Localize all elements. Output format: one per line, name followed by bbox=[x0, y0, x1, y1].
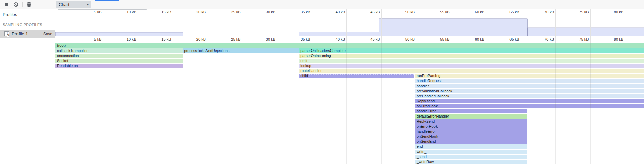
memory-area-chart bbox=[55, 9, 644, 36]
chart-area: 5 kB10 kB15 kB20 kB25 kB30 kB35 kB40 kB4… bbox=[55, 9, 644, 166]
profile-name: Profile 1 bbox=[12, 31, 28, 36]
gridline bbox=[312, 36, 312, 43]
flame-frame[interactable]: preValidationCallback bbox=[415, 89, 644, 93]
clear-button[interactable] bbox=[12, 1, 20, 8]
flame-chart[interactable]: (root)callbackTrampolineprocessTicksAndR… bbox=[55, 43, 644, 166]
flame-frame[interactable]: onconnection bbox=[55, 54, 183, 58]
flame-frame[interactable]: Reply.send bbox=[415, 99, 644, 103]
flame-frame[interactable]: routeHandler bbox=[299, 69, 644, 73]
flame-frame[interactable]: handleError bbox=[415, 109, 527, 113]
trash-icon bbox=[27, 2, 31, 7]
axis-tick-label: 25 kB bbox=[221, 37, 241, 41]
flame-frame[interactable]: child bbox=[299, 74, 414, 78]
flame-frame[interactable]: parserOnIncoming bbox=[299, 54, 644, 58]
toolbar-separator bbox=[22, 2, 23, 7]
flame-frame[interactable]: defaultErrorHandler bbox=[415, 114, 527, 119]
gridline bbox=[451, 36, 451, 43]
axis-tick-label: 5 kB bbox=[81, 37, 102, 41]
gridline bbox=[521, 36, 521, 43]
flame-frame[interactable]: _writeRaw bbox=[415, 160, 527, 164]
flame-frame[interactable]: emit bbox=[299, 59, 644, 63]
gridline bbox=[242, 36, 242, 43]
axis-tick-label: 45 kB bbox=[360, 37, 380, 41]
flame-frame[interactable]: onErrorHook bbox=[415, 124, 527, 129]
flame-frame[interactable]: (root) bbox=[55, 43, 644, 48]
axis-tick-label: 55 kB bbox=[429, 37, 450, 41]
axis-tick-label: 80 kB bbox=[603, 37, 623, 41]
gridline bbox=[381, 36, 382, 43]
top-accent-line bbox=[95, 0, 119, 1]
flame-frame[interactable]: onErrorHook bbox=[415, 104, 644, 108]
record-button[interactable] bbox=[3, 1, 10, 8]
axis-tick-label: 60 kB bbox=[464, 37, 484, 41]
axis-tick-label: 70 kB bbox=[534, 37, 554, 41]
flame-frame[interactable]: onSendHook bbox=[415, 134, 527, 139]
view-mode-label: Chart bbox=[59, 2, 69, 7]
gridline bbox=[590, 36, 591, 43]
profile-item[interactable]: % Profile 1 Save bbox=[0, 30, 55, 38]
sampling-profiles-heading: SAMPLING PROFILES bbox=[0, 20, 55, 29]
flame-frame[interactable]: handleRequest bbox=[415, 79, 644, 83]
toolbar: Chart ▾ bbox=[0, 0, 644, 9]
axis-tick-label: 20 kB bbox=[186, 37, 206, 41]
toolbar-left bbox=[0, 0, 55, 9]
gridline bbox=[138, 36, 138, 43]
range-start-marker bbox=[68, 9, 68, 43]
flame-frame[interactable]: Reply.send bbox=[415, 119, 527, 124]
axis-tick-label: 50 kB bbox=[394, 37, 415, 41]
gridline bbox=[207, 36, 207, 43]
axis-tick-label: 35 kB bbox=[290, 37, 310, 41]
flame-frame[interactable]: parserOnHeadersComplete bbox=[299, 48, 644, 53]
gridline bbox=[416, 36, 416, 43]
flame-frame[interactable]: lookup bbox=[299, 64, 644, 68]
overview-scrollbar-thumb[interactable] bbox=[58, 9, 147, 10]
overview-pane[interactable]: 5 kB10 kB15 kB20 kB25 kB30 kB35 kB40 kB4… bbox=[55, 9, 644, 36]
flame-frames: (root)callbackTrampolineprocessTicksAndR… bbox=[55, 43, 644, 164]
view-mode-select[interactable]: Chart ▾ bbox=[56, 1, 91, 8]
toolbar-main: Chart ▾ bbox=[55, 0, 644, 9]
memory-profiler-panel: Chart ▾ Profiles SAMPLING PROFILES % Pro… bbox=[0, 0, 644, 166]
flame-frame[interactable]: handler bbox=[415, 84, 644, 88]
flame-frame[interactable]: Readable.on bbox=[55, 64, 183, 68]
size-ruler: 5 kB10 kB15 kB20 kB25 kB30 kB35 kB40 kB4… bbox=[55, 36, 644, 43]
delete-profile-button[interactable] bbox=[25, 1, 33, 8]
gridline bbox=[486, 36, 486, 43]
clear-icon bbox=[13, 2, 18, 7]
gridline bbox=[625, 36, 625, 43]
profiles-heading: Profiles bbox=[0, 9, 55, 20]
axis-tick-label: 10 kB bbox=[116, 37, 136, 41]
axis-tick-label: 15 kB bbox=[151, 37, 171, 41]
flame-frame[interactable]: runPreParsing bbox=[415, 74, 644, 78]
flame-frame[interactable]: callbackTrampoline bbox=[55, 48, 183, 53]
sidebar: Profiles SAMPLING PROFILES % Profile 1 S… bbox=[0, 9, 55, 166]
record-icon bbox=[5, 3, 8, 6]
gridline bbox=[173, 36, 173, 43]
axis-tick-label: 65 kB bbox=[499, 37, 519, 41]
flame-frame[interactable]: preHandlerCallback bbox=[415, 94, 644, 98]
axis-tick-label: 40 kB bbox=[325, 37, 345, 41]
flame-frame[interactable]: write_ bbox=[415, 150, 527, 154]
flame-frame[interactable]: processTicksAndRejections bbox=[183, 48, 299, 53]
save-profile-link[interactable]: Save bbox=[43, 32, 52, 36]
gridline bbox=[103, 36, 103, 43]
axis-tick-label: 75 kB bbox=[569, 37, 589, 41]
ruler-axis: 5 kB10 kB15 kB20 kB25 kB30 kB35 kB40 kB4… bbox=[55, 36, 644, 43]
profile-table-icon: % bbox=[4, 31, 9, 36]
flame-frame[interactable]: end bbox=[415, 144, 527, 149]
flame-frame[interactable]: handleError bbox=[415, 129, 527, 134]
flame-frame[interactable]: _send bbox=[415, 155, 527, 159]
axis-tick-label: 30 kB bbox=[255, 37, 275, 41]
gridline bbox=[555, 36, 556, 43]
flame-frame[interactable]: Socket bbox=[55, 59, 183, 63]
gridline bbox=[346, 36, 347, 43]
chevron-down-icon: ▾ bbox=[87, 3, 89, 6]
gridline bbox=[277, 36, 277, 43]
flame-frame[interactable]: onSendEnd bbox=[415, 139, 527, 144]
